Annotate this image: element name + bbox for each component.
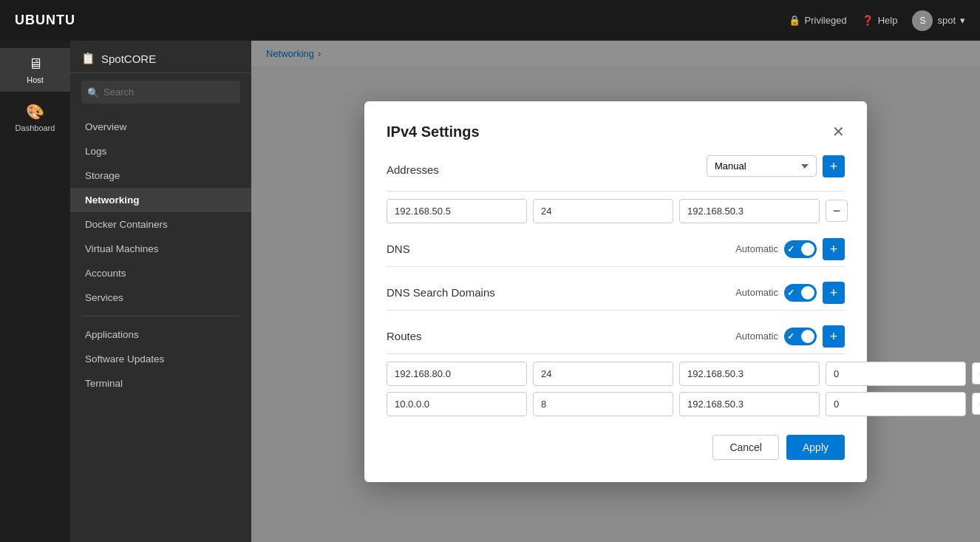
- dns-search-controls: Automatic +: [735, 282, 845, 304]
- host-icon: 🖥: [28, 55, 43, 72]
- sidebar-item-terminal[interactable]: Terminal: [70, 371, 251, 396]
- sidebar-item-applications[interactable]: Applications: [70, 322, 251, 347]
- book-icon: 📋: [81, 52, 95, 65]
- prefix-input-0[interactable]: [533, 199, 673, 223]
- routes-controls: Automatic +: [735, 325, 845, 348]
- sidebar-item-docker[interactable]: Docker Containers: [70, 212, 251, 237]
- app-title: UBUNTU: [15, 13, 75, 28]
- route-prefix-1[interactable]: [533, 392, 673, 416]
- dns-header: DNS Automatic +: [387, 238, 845, 267]
- routes-header: Routes Automatic +: [387, 325, 845, 354]
- remove-route-button-1[interactable]: −: [972, 393, 980, 415]
- user-menu[interactable]: S spot ▾: [912, 10, 965, 31]
- add-address-button[interactable]: +: [823, 155, 845, 177]
- dns-controls: Automatic +: [735, 238, 845, 260]
- dns-toggle[interactable]: [784, 240, 817, 258]
- route-metric-0[interactable]: [826, 362, 966, 386]
- route-row-0: −: [387, 362, 845, 386]
- route-gateway-0[interactable]: [679, 362, 820, 386]
- sidebar-item-logs[interactable]: Logs: [70, 139, 251, 163]
- dns-section: DNS Automatic +: [387, 238, 845, 267]
- addresses-section: Addresses Manual Automatic (DHCP) Disabl…: [387, 155, 845, 223]
- privileged-indicator: 🔒 Privileged: [789, 15, 847, 26]
- dns-search-auto-label: Automatic: [735, 287, 778, 298]
- avatar: S: [912, 10, 933, 31]
- routes-toggle-knob: [801, 330, 814, 343]
- remove-address-button-0[interactable]: −: [826, 200, 848, 222]
- remove-route-button-0[interactable]: −: [972, 362, 980, 385]
- addresses-header: Addresses Manual Automatic (DHCP) Disabl…: [387, 155, 845, 192]
- sidebar-item-overview[interactable]: Overview: [70, 115, 251, 139]
- route-row-1: −: [387, 392, 845, 416]
- method-select[interactable]: Manual Automatic (DHCP) Disabled: [707, 155, 817, 177]
- dns-search-label: DNS Search Domains: [387, 286, 495, 299]
- routes-toggle[interactable]: [784, 328, 817, 345]
- route-address-0[interactable]: [387, 362, 527, 386]
- sidebar-item-dashboard[interactable]: 🎨 Dashboard: [0, 95, 70, 140]
- sidebar-header: 📋 SpotCORE: [70, 41, 251, 73]
- route-prefix-0[interactable]: [533, 362, 673, 386]
- addresses-label: Addresses: [387, 163, 439, 176]
- sidebar-divider: [81, 316, 240, 316]
- route-address-1[interactable]: [387, 392, 527, 416]
- dns-search-section: DNS Search Domains Automatic +: [387, 282, 845, 311]
- gateway-input-0[interactable]: [679, 199, 820, 223]
- dns-search-toggle-knob: [801, 286, 814, 299]
- modal-title: IPv4 Settings: [387, 123, 480, 140]
- topbar-right: 🔒 Privileged ❓ Help S spot ▾: [789, 10, 965, 31]
- sidebar-item-software-updates[interactable]: Software Updates: [70, 347, 251, 371]
- sidebar-item-accounts[interactable]: Accounts: [70, 261, 251, 285]
- routes-auto-label: Automatic: [735, 331, 778, 342]
- dns-search-toggle[interactable]: [784, 284, 817, 302]
- close-button[interactable]: ✕: [832, 124, 845, 139]
- add-route-button[interactable]: +: [823, 325, 845, 348]
- help-button[interactable]: ❓ Help: [862, 15, 898, 26]
- modal-header: IPv4 Settings ✕: [387, 123, 845, 140]
- side-icons: 🖥 Host 🎨 Dashboard: [0, 41, 70, 542]
- sidebar-search: 🔍: [70, 73, 251, 111]
- topbar: UBUNTU 🔒 Privileged ❓ Help S spot ▾: [0, 0, 980, 41]
- chevron-down-icon: ▾: [960, 15, 965, 26]
- route-metric-1[interactable]: [826, 392, 966, 416]
- sidebar-nav: Overview Logs Storage Networking Docker …: [70, 111, 251, 542]
- dns-auto-label: Automatic: [735, 243, 778, 254]
- address-row-0: −: [387, 199, 845, 223]
- sidebar-item-services[interactable]: Services: [70, 285, 251, 310]
- search-icon: 🔍: [87, 87, 99, 98]
- dns-search-header: DNS Search Domains Automatic +: [387, 282, 845, 311]
- help-icon: ❓: [862, 15, 874, 26]
- left-panel: 🖥 Host 🎨 Dashboard 📋 SpotCORE 🔍: [0, 41, 251, 542]
- cancel-button[interactable]: Cancel: [712, 435, 779, 460]
- sidebar-item-vms[interactable]: Virtual Machines: [70, 237, 251, 261]
- content-area: Networking › IPv4 Settings ✕ Addresses: [251, 41, 980, 542]
- add-dns-button[interactable]: +: [823, 238, 845, 260]
- dns-label: DNS: [387, 243, 410, 255]
- dashboard-icon: 🎨: [26, 103, 44, 121]
- routes-section: Routes Automatic +: [387, 325, 845, 416]
- routes-label: Routes: [387, 330, 422, 342]
- modal-footer: Cancel Apply: [387, 435, 845, 460]
- modal-backdrop: IPv4 Settings ✕ Addresses Manual Automat…: [251, 41, 980, 542]
- sidebar-item-storage[interactable]: Storage: [70, 163, 251, 188]
- add-dns-search-button[interactable]: +: [823, 282, 845, 304]
- dns-toggle-knob: [801, 243, 814, 256]
- sidebar-item-host[interactable]: 🖥 Host: [0, 48, 70, 92]
- sidebar: 📋 SpotCORE 🔍 Overview Logs Storage Netwo…: [70, 41, 251, 542]
- main-layout: 🖥 Host 🎨 Dashboard 📋 SpotCORE 🔍: [0, 41, 980, 542]
- addresses-controls: Manual Automatic (DHCP) Disabled +: [707, 155, 845, 177]
- address-input-0[interactable]: [387, 199, 527, 223]
- lock-icon: 🔒: [789, 15, 800, 26]
- route-gateway-1[interactable]: [679, 392, 820, 416]
- search-input[interactable]: [81, 81, 240, 104]
- ipv4-settings-modal: IPv4 Settings ✕ Addresses Manual Automat…: [364, 101, 867, 482]
- sidebar-item-networking[interactable]: Networking: [70, 188, 251, 212]
- apply-button[interactable]: Apply: [786, 435, 845, 460]
